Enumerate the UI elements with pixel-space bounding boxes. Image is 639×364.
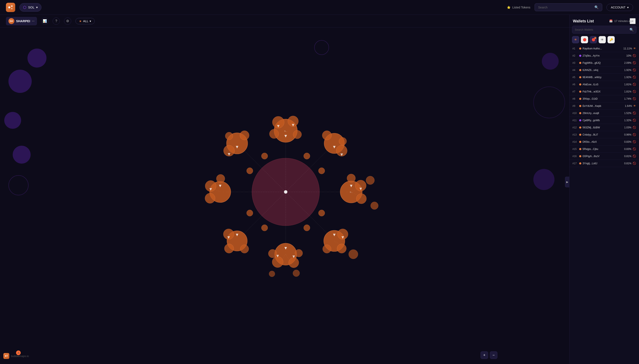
zoom-in-icon: + — [483, 353, 486, 358]
wallets-search-icon: 🔍 — [629, 28, 634, 32]
expand-icon: ▶ — [566, 180, 568, 184]
wallet-visibility-icon[interactable]: 🚫 — [633, 97, 636, 100]
wallet-list-item[interactable]: #7 FdzTHk...w3GX 1.81% 🚫 — [569, 88, 639, 95]
token-badge: SH SHARPEI ··· — [6, 17, 37, 25]
wallet-dot — [579, 84, 581, 86]
calendar-icon: 📅 — [609, 20, 612, 22]
wallet-visibility-icon[interactable]: 🚫 — [633, 154, 636, 158]
account-button[interactable]: ACCOUNT ▾ — [606, 4, 633, 11]
wallet-visibility-icon[interactable]: 🚫 — [633, 68, 636, 72]
wallet-list-item[interactable]: #5 9E4hWB...wWzy 1.92% 🚫 — [569, 74, 639, 81]
wallet-list-item[interactable]: #4 6JhNZ6...s4oj 1.92% 🚫 — [569, 66, 639, 74]
svg-point-48 — [295, 249, 302, 257]
wallet-visibility-icon[interactable]: 🚫 — [633, 140, 636, 143]
wallet-name: AfaEuw...tLsS — [582, 83, 622, 86]
wallet-name: 29mUry...euq8 — [582, 112, 622, 115]
svg-point-63 — [216, 174, 225, 183]
wallet-visibility-icon[interactable]: 👁 — [633, 104, 636, 108]
filter-all-button[interactable]: ★ ALL ▾ — [76, 18, 95, 24]
wallet-list-item[interactable]: #3 FqgWKb...g6JQ 2.09% 🚫 — [569, 59, 639, 66]
wallet-list-item[interactable]: #11 CjeBRy...goWb 1.32% 🚫 — [569, 117, 639, 124]
zoom-in-button[interactable]: + — [481, 351, 488, 359]
help-button[interactable]: ? — [53, 18, 60, 25]
filter-red2-button[interactable]: 🔴 — [590, 36, 597, 43]
wallet-rank: #14 — [572, 140, 579, 143]
wallet-visibility-icon[interactable]: 👁 — [633, 47, 636, 50]
bg-circle-1 — [28, 48, 47, 68]
wallet-percentage: 0.81% — [622, 155, 631, 158]
svg-point-55 — [224, 244, 234, 253]
wallet-list-item[interactable]: #2 27q5ks...AyYm 10% 🚫 — [569, 52, 639, 59]
wallet-percentage: 0.96% — [622, 133, 631, 136]
svg-point-90 — [293, 270, 300, 276]
token-dots: ··· — [32, 19, 35, 23]
listed-tokens-link[interactable]: ⭐ Listed Tokens — [507, 6, 530, 9]
wallet-name: G5Pqyh...8szV — [582, 155, 622, 158]
wallet-visibility-icon[interactable]: 🚫 — [633, 119, 636, 122]
wallets-search-input[interactable] — [575, 28, 628, 31]
bg-circle-3 — [4, 112, 21, 129]
wallet-list-item[interactable]: #6 AfaEuw...tLsS 1.81% 🚫 — [569, 81, 639, 88]
wallet-list-item[interactable]: #13 Cnbdyy...9Lt7 0.96% 🚫 — [569, 131, 639, 138]
wallet-visibility-icon[interactable]: 🚫 — [633, 54, 636, 57]
svg-point-45 — [272, 256, 283, 268]
wallet-list-item[interactable]: #8 3fXtqv...G1tD 1.74% 🚫 — [569, 95, 639, 102]
svg-text:S...: S... — [284, 130, 287, 132]
zoom-out-button[interactable]: − — [490, 351, 497, 359]
filter-eye2-button[interactable]: 👁 — [599, 36, 606, 43]
filter-key-button[interactable]: 🔑 — [607, 36, 615, 43]
svg-point-69 — [240, 131, 249, 140]
wallet-visibility-icon[interactable]: 🚫 — [633, 126, 636, 129]
listed-tokens-label: Listed Tokens — [512, 6, 530, 9]
wallet-list-item[interactable]: #10 29mUry...euq8 1.52% 🚫 — [569, 110, 639, 117]
wallet-rank: #10 — [572, 112, 579, 115]
filter-eye-button[interactable]: 👁 — [572, 36, 579, 43]
filter-red1-button[interactable]: 🔴 — [581, 36, 588, 43]
wallet-visibility-icon[interactable]: 🚫 — [633, 112, 636, 115]
wallet-visibility-icon[interactable]: 🚫 — [633, 147, 636, 150]
svg-point-40 — [323, 245, 331, 253]
wallet-visibility-icon[interactable]: 🚫 — [633, 90, 636, 93]
wallet-visibility-icon[interactable]: 🚫 — [633, 133, 636, 136]
bg-circle-2 — [9, 70, 32, 93]
panel-expand-tab[interactable]: ▶ — [565, 177, 569, 187]
wallet-visibility-icon[interactable]: 🚫 — [633, 61, 636, 64]
wallet-dot — [579, 48, 581, 50]
wallet-visibility-icon[interactable]: 🚫 — [633, 162, 636, 165]
svg-point-80 — [261, 153, 268, 159]
settings-button[interactable]: ⚙ — [64, 18, 71, 25]
monitor-button[interactable]: 📊 — [41, 18, 48, 25]
token-avatar: SH — [9, 18, 14, 24]
wallet-name: 6JhNZ6...s4oj — [582, 68, 622, 72]
wallet-dot — [579, 126, 581, 128]
svg-point-46 — [289, 258, 299, 268]
svg-point-0 — [8, 6, 10, 8]
chain-chevron-icon: ▾ — [36, 6, 38, 9]
wallet-visibility-icon[interactable]: 🚫 — [633, 83, 636, 86]
wallet-list-item[interactable]: #9 EeYdUM...Xwpb 1.64% 👁 — [569, 102, 639, 110]
global-search[interactable]: 🔍 — [535, 4, 602, 11]
warning-badge: ⚠ — [16, 350, 21, 355]
wallet-percentage: 1.52% — [622, 112, 631, 115]
wallet-list-item[interactable]: #16 G5Pqyh...8szV 0.81% 🚫 — [569, 153, 639, 160]
wallet-rank: #1 — [572, 47, 579, 50]
wallet-list-item[interactable]: #12 563ZMj...8zBW 1.03% 🚫 — [569, 124, 639, 131]
bg-circle-9 — [533, 86, 565, 118]
wallet-visibility-icon[interactable]: 🚫 — [633, 76, 636, 79]
wallet-rank: #13 — [572, 133, 579, 136]
wallet-rank: #5 — [572, 76, 579, 79]
timestamp-display: 📅 17 minutes ago — [609, 20, 633, 22]
chain-selector[interactable]: ⬡ SOL ▾ — [20, 3, 42, 12]
svg-point-70 — [225, 132, 233, 140]
bubble-map-svg[interactable]: S... S... — [191, 97, 381, 287]
main-canvas: S... S... + − ⚠ bubblemaps.io — [0, 28, 571, 364]
search-input[interactable] — [538, 6, 592, 9]
bg-circle-4 — [13, 146, 31, 164]
wallet-list-item[interactable]: #17 3Yngtj...Ls6J 0.81% 🚫 — [569, 160, 639, 167]
wallet-dot — [579, 90, 581, 93]
svg-point-62 — [205, 193, 215, 203]
wallet-name: FqgWKb...g6JQ — [582, 62, 622, 64]
wallet-list-item[interactable]: #15 5Rwjps...Cjbu 0.83% 🚫 — [569, 146, 639, 153]
wallet-list-item[interactable]: #1 Raydium Autho... 11.11% 👁 — [569, 45, 639, 52]
wallet-list-item[interactable]: #14 DfiSto...r6zX 0.83% 🚫 — [569, 138, 639, 146]
